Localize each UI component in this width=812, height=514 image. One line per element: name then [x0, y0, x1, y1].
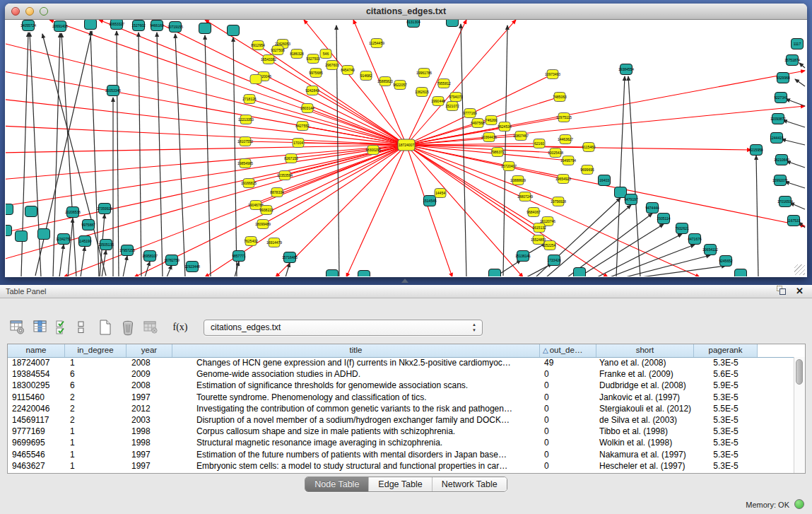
- graph-node[interactable]: [250, 75, 261, 84]
- graph-node[interactable]: 8267150: [284, 154, 298, 163]
- table-row[interactable]: 911546021997Tourette syndrome. Phenomeno…: [8, 392, 794, 403]
- graph-node[interactable]: 19495794: [560, 156, 576, 165]
- graph-node[interactable]: 20364436: [481, 133, 497, 142]
- graph-node[interactable]: 746266: [486, 116, 498, 125]
- table-source-dropdown[interactable]: citations_edges.txt ▲▼: [204, 320, 483, 336]
- graph-node[interactable]: 10025438: [548, 148, 563, 158]
- graph-node[interactable]: 17957255: [119, 245, 135, 256]
- graph-node[interactable]: 1145190: [78, 236, 91, 247]
- column-visibility-icon[interactable]: [31, 318, 49, 337]
- column-header-short[interactable]: short: [596, 344, 694, 357]
- graph-node[interactable]: 11254459: [369, 39, 384, 48]
- graph-node[interactable]: 2718126: [242, 95, 257, 104]
- delete-column-icon[interactable]: [119, 318, 137, 337]
- graph-node[interactable]: 1167533: [787, 216, 800, 226]
- graph-node[interactable]: 20206536: [65, 207, 81, 218]
- table-panel-header[interactable]: Table Panel ✕: [0, 285, 812, 298]
- graph-node[interactable]: 16403: [599, 175, 611, 186]
- graph-node[interactable]: 2803144: [300, 104, 314, 113]
- memory-indicator-icon[interactable]: [794, 499, 804, 509]
- graph-node[interactable]: 8427552: [295, 122, 310, 131]
- graph-node[interactable]: 10653327: [109, 20, 124, 30]
- graph-node[interactable]: 18107552: [237, 137, 253, 146]
- graph-node[interactable]: 18300295: [365, 146, 381, 155]
- graph-node[interactable]: 1244415: [770, 133, 784, 144]
- graph-node[interactable]: 9466160: [150, 21, 164, 31]
- graph-node[interactable]: 8186328: [290, 49, 304, 59]
- graph-node[interactable]: 15136141: [515, 251, 531, 262]
- panel-splitter-handle[interactable]: [401, 279, 408, 283]
- graph-node[interactable]: 14463627: [558, 135, 573, 144]
- graph-node[interactable]: 8912954: [251, 41, 265, 50]
- graph-node[interactable]: 9938222: [259, 206, 273, 215]
- graph-node[interactable]: 18724007: [398, 139, 415, 151]
- graph-node[interactable]: 7955812: [437, 79, 451, 88]
- column-header-out_de[interactable]: △out_de…: [540, 344, 596, 357]
- column-header-in_degree[interactable]: in_degree: [65, 344, 126, 357]
- graph-node[interactable]: 10888609: [510, 176, 526, 185]
- graph-node[interactable]: 2935114: [657, 214, 670, 224]
- graph-node[interactable]: 12353594: [277, 171, 293, 180]
- graph-node[interactable]: 9699695: [580, 165, 594, 175]
- tab-network-table[interactable]: Network Table: [432, 477, 507, 491]
- graph-node[interactable]: 2967603: [325, 61, 339, 70]
- graph-node[interactable]: 9327503: [306, 54, 320, 64]
- window-resize-grip[interactable]: [794, 264, 805, 275]
- graph-node[interactable]: 9245652: [719, 256, 733, 267]
- zoom-window-button[interactable]: [40, 7, 48, 16]
- graph-node[interactable]: 18099489: [255, 220, 271, 229]
- table-row[interactable]: 946554611997Estimation of the future num…: [8, 449, 794, 460]
- column-header-title[interactable]: title: [172, 344, 540, 357]
- graph-node[interactable]: 9975685: [309, 69, 323, 78]
- table-row[interactable]: 1872400712008Changes of HCN gene express…: [8, 357, 794, 368]
- graph-node[interactable]: 62160: [534, 139, 545, 148]
- graph-node[interactable]: 9242843: [305, 86, 319, 95]
- graph-node[interactable]: [38, 229, 50, 240]
- row-height-icon[interactable]: [76, 318, 86, 337]
- graph-node[interactable]: 1615132: [532, 223, 546, 233]
- table-row[interactable]: 946362711997Embryonic stem cells: a mode…: [8, 460, 794, 472]
- graph-node[interactable]: 9975887: [81, 220, 95, 230]
- graph-node[interactable]: 9794073: [449, 93, 463, 102]
- graph-node[interactable]: 1527602: [131, 21, 146, 31]
- graph-node[interactable]: 8454749: [341, 66, 355, 75]
- create-column-icon[interactable]: [96, 318, 114, 337]
- graph-node[interactable]: 9327508: [271, 46, 285, 55]
- graph-node[interactable]: 13505135: [98, 240, 114, 250]
- table-row[interactable]: 977716911998Corpus callosum shape and si…: [8, 426, 794, 437]
- graph-node[interactable]: 1362615: [415, 88, 429, 97]
- graph-node[interactable]: 6479197: [624, 194, 638, 205]
- table-mode-icon[interactable]: [8, 318, 27, 337]
- close-window-button[interactable]: [11, 7, 20, 16]
- graph-node[interactable]: 8878334: [270, 188, 284, 197]
- graph-node[interactable]: 9329968: [776, 73, 790, 83]
- column-header-year[interactable]: year: [126, 344, 172, 357]
- graph-node[interactable]: 8215958: [749, 145, 763, 156]
- graph-node[interactable]: 20053346: [105, 86, 121, 96]
- graph-node[interactable]: 546: [320, 49, 331, 59]
- graph-node[interactable]: 12923448: [184, 262, 200, 272]
- graph-node[interactable]: [615, 187, 627, 198]
- graph-node[interactable]: [6, 226, 12, 236]
- graph-node[interactable]: 1521072: [445, 102, 459, 111]
- graph-node[interactable]: 15751874: [784, 55, 800, 66]
- graph-node[interactable]: 16543382: [261, 55, 276, 64]
- graph-node[interactable]: 7932621: [675, 223, 689, 234]
- graph-node[interactable]: 15720407: [501, 162, 517, 171]
- table-row[interactable]: 1938455462009Genome-wide association stu…: [8, 368, 794, 380]
- graph-node[interactable]: 9474444: [645, 203, 659, 214]
- table-row[interactable]: 969969511998Structural magnetic resonanc…: [8, 437, 794, 448]
- graph-node[interactable]: 1990448: [431, 97, 445, 106]
- graph-node[interactable]: 15716485: [282, 252, 298, 263]
- graph-node[interactable]: 7485063: [553, 93, 567, 102]
- graph-node[interactable]: 7986372: [490, 148, 505, 157]
- graph-node[interactable]: 14454: [435, 189, 446, 198]
- column-header-pagerank[interactable]: pagerank: [694, 344, 758, 357]
- graph-node[interactable]: [358, 271, 370, 277]
- graph-node[interactable]: 10719155: [167, 22, 183, 33]
- graph-node[interactable]: 20691406: [52, 21, 68, 32]
- graph-node[interactable]: 252254: [544, 241, 556, 250]
- graph-node[interactable]: 10807467: [513, 132, 529, 141]
- graph-node[interactable]: 17004: [293, 139, 304, 148]
- column-header-name[interactable]: name: [8, 344, 65, 357]
